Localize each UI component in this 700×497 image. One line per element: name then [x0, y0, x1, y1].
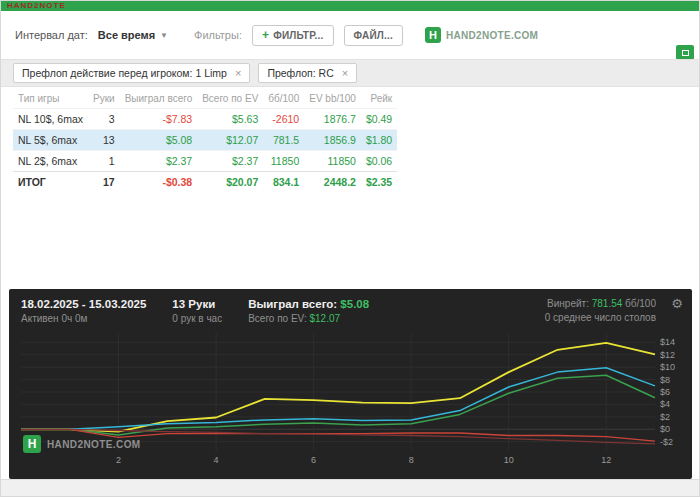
date-range-block: 18.02.2025 - 15.03.2025 Активен 0ч 0м — [21, 298, 146, 324]
filters-label: Фильтры: — [194, 29, 242, 41]
column-header-rake: Рейк — [361, 89, 397, 109]
hands-per-hour: 0 рук в час — [172, 313, 222, 324]
window-corner-button[interactable] — [676, 45, 694, 60]
cell-hands: 13 — [88, 130, 120, 151]
cell-bb100: 781.5 — [263, 130, 304, 151]
column-header-won-total: Выиграл всего — [120, 89, 198, 109]
plus-icon: + — [262, 30, 269, 40]
cell-ev-bb100: 1876.7 — [304, 109, 361, 130]
cell-game-type: NL 10$, 6max — [13, 109, 88, 130]
svg-text:-$2: -$2 — [660, 437, 673, 447]
svg-text:$8: $8 — [660, 375, 670, 385]
hand2note-h-icon: H — [425, 27, 441, 43]
ev-total-value: $12.07 — [309, 313, 340, 324]
svg-text:2: 2 — [116, 455, 121, 465]
cell-ev-total: $2.37 — [197, 151, 263, 172]
svg-text:$10: $10 — [660, 362, 675, 372]
hand2note-logo: H HAND2NOTE.COM — [425, 27, 538, 43]
svg-text:4: 4 — [214, 455, 219, 465]
table-row-selected[interactable]: NL 5$, 6max 13 $5.08 $12.07 781.5 1856.9… — [13, 130, 397, 151]
hands-block: 13 Руки 0 рук в час — [172, 298, 222, 324]
svg-text:$14: $14 — [660, 337, 675, 347]
cell-ev-total: $5.63 — [197, 109, 263, 130]
close-icon[interactable]: × — [342, 68, 348, 78]
svg-text:10: 10 — [504, 455, 514, 465]
cell-ev-bb100: 1856.9 — [304, 130, 361, 151]
hand2note-logo-text: HAND2NOTE.COM — [446, 30, 538, 41]
date-interval-label: Интервал дат: — [15, 29, 88, 41]
chevron-down-icon: ▼ — [160, 31, 168, 40]
cell-total-label: ИТОГ — [13, 172, 88, 193]
toolbar: Интервал дат: Все время ▼ Фильтры: + ФИЛ… — [1, 11, 699, 59]
cell-rake: $1.80 — [361, 130, 397, 151]
svg-text:$0: $0 — [660, 424, 670, 434]
cell-ev-bb100: 11850 — [304, 151, 361, 172]
graph-panel-header: 18.02.2025 - 15.03.2025 Активен 0ч 0м 13… — [9, 289, 692, 326]
ev-total-label: Всего по EV: — [248, 313, 307, 324]
hand2note-watermark-text: HAND2NOTE.COM — [47, 439, 141, 450]
cell-rake: $2.35 — [361, 172, 397, 193]
cell-won-total: -$7.83 — [120, 109, 198, 130]
cell-bb100: 834.1 — [263, 172, 304, 193]
filter-chip-preflop-action: Префлоп действие перед игроком: 1 Limp × — [13, 63, 250, 83]
close-icon[interactable]: × — [235, 68, 241, 78]
cell-ev-total: $20.07 — [197, 172, 263, 193]
svg-text:12: 12 — [601, 455, 611, 465]
filter-chip-preflop: Префлоп: RC × — [258, 63, 357, 83]
svg-text:$2: $2 — [660, 412, 670, 422]
cell-won-total: -$0.38 — [120, 172, 198, 193]
column-header-bb100: бб/100 — [263, 89, 304, 109]
cell-bb100: 11850 — [263, 151, 304, 172]
winrate-units: бб/100 — [625, 298, 656, 309]
active-time: Активен 0ч 0м — [21, 313, 146, 324]
winnings-block: Выиграл всего: $5.08 Всего по EV: $12.07 — [248, 298, 369, 324]
date-interval-select[interactable]: Все время ▼ — [98, 29, 168, 41]
winrate-label: Винрейт: — [547, 298, 589, 309]
filter-chip-label: Префлоп действие перед игроком: 1 Limp — [22, 67, 227, 79]
date-range: 18.02.2025 - 15.03.2025 — [21, 298, 146, 310]
results-table: Тип игры Руки Выиграл всего Всего по EV … — [13, 89, 391, 192]
cell-rake: $0.06 — [361, 151, 397, 172]
hands-count: 13 Руки — [172, 298, 222, 310]
restore-icon — [682, 50, 689, 56]
svg-text:$4: $4 — [660, 399, 670, 409]
cell-ev-total: $12.07 — [197, 130, 263, 151]
column-header-game-type: Тип игры — [13, 89, 88, 109]
table-total-row: ИТОГ 17 -$0.38 $20.07 834.1 2448.2 $2.35 — [13, 172, 397, 193]
graph-panel: 18.02.2025 - 15.03.2025 Активен 0ч 0м 13… — [9, 289, 692, 479]
winrate-block: Винрейт: 781.54 бб/100 0 среднее число с… — [545, 298, 680, 324]
winrate-value: 781.54 — [592, 298, 623, 309]
cell-hands: 3 — [88, 109, 120, 130]
won-total-label: Выиграл всего: — [248, 298, 337, 310]
svg-text:$12: $12 — [660, 350, 675, 360]
app-window: HAND2NOTE Интервал дат: Все время ▼ Филь… — [0, 0, 700, 497]
cell-hands: 17 — [88, 172, 120, 193]
cell-won-total: $5.08 — [120, 130, 198, 151]
horizontal-scrollbar[interactable] — [1, 479, 699, 496]
cell-ev-bb100: 2448.2 — [304, 172, 361, 193]
cell-hands: 1 — [88, 151, 120, 172]
file-button-label: ФАЙЛ... — [354, 30, 393, 41]
add-filter-button[interactable]: + ФИЛЬТР... — [252, 25, 334, 46]
titlebar: HAND2NOTE — [1, 1, 699, 11]
cell-game-type: NL 2$, 6max — [13, 151, 88, 172]
add-filter-button-label: ФИЛЬТР... — [273, 30, 323, 41]
hand2note-h-icon: H — [23, 435, 41, 453]
date-interval-value: Все время — [98, 29, 155, 41]
graph-watermark: H HAND2NOTE.COM — [23, 435, 141, 453]
won-total-value: $5.08 — [340, 298, 369, 310]
table-row[interactable]: NL 2$, 6max 1 $2.37 $2.37 11850 11850 $0… — [13, 151, 397, 172]
table-row[interactable]: NL 10$, 6max 3 -$7.83 $5.63 -2610 1876.7… — [13, 109, 397, 130]
column-header-ev-bb100: EV bb/100 — [304, 89, 361, 109]
cell-bb100: -2610 — [263, 109, 304, 130]
avg-tables: 0 среднее число столов — [545, 312, 656, 323]
svg-text:6: 6 — [311, 455, 316, 465]
column-header-hands: Руки — [88, 89, 120, 109]
cell-game-type: NL 5$, 6max — [13, 130, 88, 151]
active-filters-bar: Префлоп действие перед игроком: 1 Limp ×… — [1, 59, 699, 87]
column-header-ev-total: Всего по EV — [197, 89, 263, 109]
svg-text:8: 8 — [409, 455, 414, 465]
gear-icon[interactable]: ⚙ — [671, 296, 683, 311]
svg-text:$6: $6 — [660, 387, 670, 397]
file-button[interactable]: ФАЙЛ... — [344, 25, 403, 46]
